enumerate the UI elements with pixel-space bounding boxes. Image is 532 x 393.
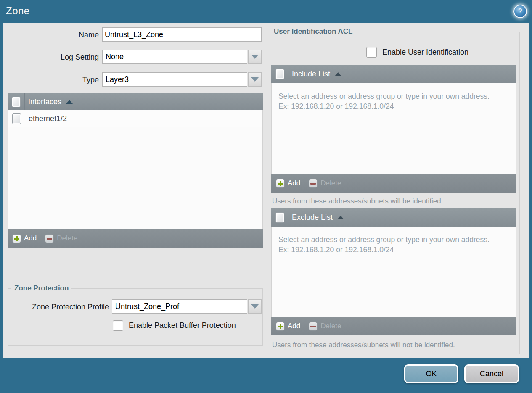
- ok-button[interactable]: OK: [404, 364, 458, 383]
- add-button-label: Add: [288, 322, 300, 330]
- zone-protection-profile-value: Untrust_Zone_Prof: [112, 299, 247, 314]
- minus-icon: [45, 234, 54, 243]
- interfaces-table-body: ethernet1/2: [8, 110, 263, 229]
- include-list-table: Include List Select an address or addres…: [271, 65, 516, 193]
- exclude-select-all-cell: [271, 208, 288, 227]
- zone-protection-legend: Zone Protection: [11, 284, 71, 293]
- type-dropdown-button[interactable]: [248, 72, 262, 87]
- interfaces-table: Interfaces ethernet1/2 Add Delete: [8, 93, 263, 248]
- delete-button-label: Delete: [320, 322, 341, 330]
- exclude-column-label: Exclude List: [292, 213, 333, 222]
- dialog-body: Name Log Setting None Type Layer3 Interf…: [3, 23, 529, 358]
- exclude-column-header[interactable]: Exclude List: [292, 208, 344, 227]
- add-button[interactable]: Add: [276, 322, 300, 331]
- plus-icon: [276, 322, 285, 331]
- dialog-titlebar: Zone ?: [0, 0, 532, 23]
- plus-icon: [276, 179, 285, 188]
- add-button[interactable]: Add: [12, 234, 37, 243]
- include-column-header[interactable]: Include List: [292, 65, 341, 83]
- include-list-footer: Add Delete: [271, 174, 516, 193]
- log-setting-select[interactable]: None: [102, 50, 262, 64]
- enable-user-identification-checkbox[interactable]: [366, 47, 377, 58]
- include-placeholder-text: Select an address or address group or ty…: [272, 83, 491, 111]
- packet-buffer-protection-row: Enable Packet Buffer Protection: [113, 320, 236, 331]
- delete-button[interactable]: Delete: [45, 234, 77, 243]
- interfaces-column-label: Interfaces: [28, 98, 61, 106]
- include-select-all-checkbox[interactable]: [275, 69, 284, 79]
- interfaces-table-footer: Add Delete: [8, 229, 263, 248]
- name-input[interactable]: [102, 27, 262, 42]
- type-select[interactable]: Layer3: [102, 72, 262, 87]
- packet-buffer-protection-checkbox[interactable]: [113, 320, 123, 331]
- enable-user-identification-row: Enable User Identification: [366, 47, 468, 58]
- sort-ascending-icon: [337, 216, 344, 219]
- zone-protection-profile-label: Zone Protection Profile: [13, 299, 109, 314]
- interface-name-cell: ethernet1/2: [29, 110, 67, 127]
- add-button[interactable]: Add: [276, 179, 300, 188]
- interfaces-table-header: Interfaces: [8, 93, 263, 110]
- delete-button-label: Delete: [57, 234, 77, 243]
- log-setting-label: Log Setting: [3, 50, 99, 65]
- log-setting-dropdown-button[interactable]: [248, 50, 262, 64]
- include-column-label: Include List: [292, 70, 330, 79]
- delete-button[interactable]: Delete: [309, 322, 341, 331]
- include-list-note: Users from these addresses/subnets will …: [272, 197, 443, 206]
- minus-icon: [309, 322, 318, 331]
- sort-ascending-icon: [335, 72, 341, 76]
- chevron-down-icon: [251, 304, 259, 309]
- cancel-button[interactable]: Cancel: [464, 364, 519, 383]
- interfaces-select-all-cell: [8, 93, 25, 110]
- cancel-button-label: Cancel: [480, 369, 503, 378]
- log-setting-value: None: [102, 50, 247, 64]
- delete-button-label: Delete: [320, 179, 341, 187]
- interfaces-select-all-checkbox[interactable]: [12, 97, 21, 107]
- include-list-body[interactable]: Select an address or address group or ty…: [271, 83, 516, 174]
- sort-ascending-icon: [66, 100, 73, 104]
- table-row[interactable]: ethernet1/2: [8, 110, 262, 127]
- type-label: Type: [3, 72, 99, 87]
- interfaces-column-header[interactable]: Interfaces: [28, 93, 73, 110]
- exclude-list-note: Users from these addresses/subnets will …: [272, 341, 455, 349]
- delete-button[interactable]: Delete: [309, 179, 341, 188]
- ok-button-label: OK: [426, 369, 437, 378]
- add-button-label: Add: [24, 234, 37, 243]
- zone-protection-section: Zone Protection Zone Protection Profile …: [8, 288, 263, 346]
- question-mark-glyph: ?: [518, 8, 522, 15]
- row-checkbox-cell: [8, 110, 25, 127]
- chevron-down-icon: [251, 77, 259, 82]
- enable-user-identification-label: Enable User Identification: [382, 48, 468, 57]
- add-button-label: Add: [288, 179, 300, 187]
- row-checkbox[interactable]: [12, 113, 21, 124]
- exclude-list-body[interactable]: Select an address or address group or ty…: [271, 227, 516, 317]
- include-select-all-cell: [271, 65, 288, 83]
- zone-protection-profile-select[interactable]: Untrust_Zone_Prof: [112, 299, 262, 314]
- page-title: Zone: [6, 5, 30, 17]
- exclude-list-table: Exclude List Select an address or addres…: [271, 208, 516, 335]
- packet-buffer-protection-label: Enable Packet Buffer Protection: [129, 321, 236, 330]
- zone-protection-profile-dropdown-button[interactable]: [248, 299, 262, 314]
- exclude-select-all-checkbox[interactable]: [275, 212, 284, 223]
- exclude-placeholder-text: Select an address or address group or ty…: [272, 227, 491, 255]
- user-identification-section: User Identification ACL Enable User Iden…: [267, 32, 520, 354]
- user-identification-legend: User Identification ACL: [271, 27, 355, 36]
- minus-icon: [309, 179, 318, 188]
- exclude-list-header: Exclude List: [271, 208, 516, 227]
- name-label: Name: [3, 27, 99, 42]
- chevron-down-icon: [251, 55, 259, 59]
- plus-icon: [12, 234, 21, 243]
- help-icon[interactable]: ?: [513, 5, 527, 18]
- include-list-header: Include List: [271, 65, 516, 83]
- exclude-list-footer: Add Delete: [271, 317, 516, 335]
- type-value: Layer3: [102, 72, 247, 87]
